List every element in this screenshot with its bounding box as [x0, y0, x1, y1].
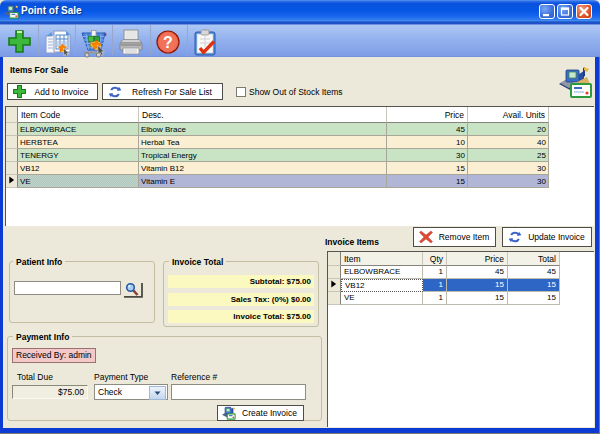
svg-text:?: ? — [163, 34, 173, 51]
